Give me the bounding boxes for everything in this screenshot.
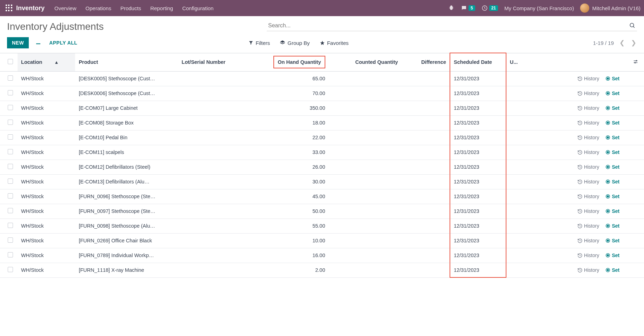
row-checkbox[interactable] [8, 208, 13, 213]
search-input[interactable] [268, 22, 629, 29]
cell-user[interactable] [506, 174, 527, 189]
cell-product[interactable]: [FURN_1118] X-ray Machine [75, 263, 178, 277]
cell-lot[interactable] [178, 219, 262, 233]
cell-location[interactable]: WH/Stock [18, 233, 75, 248]
pager-prev[interactable]: ❮ [619, 39, 625, 47]
table-row[interactable]: WH/Stock [FURN_0098] Stethoscope (Alu… 5… [0, 219, 644, 233]
history-button[interactable]: History [577, 223, 599, 229]
table-row[interactable]: WH/Stock [E-COM11] scalpels 33.00 12/31/… [0, 145, 644, 160]
history-button[interactable]: History [577, 238, 599, 243]
cell-lot[interactable] [178, 174, 262, 189]
cell-onhand[interactable]: 45.00 [262, 189, 329, 204]
search-icon[interactable] [629, 22, 636, 29]
set-button[interactable]: Set [605, 105, 619, 111]
row-checkbox[interactable] [8, 267, 13, 272]
table-row[interactable]: WH/Stock [E-COM07] Large Cabinet 350.00 … [0, 101, 644, 115]
company-switcher[interactable]: My Company (San Francisco) [504, 5, 574, 11]
row-checkbox[interactable] [8, 164, 13, 169]
cell-scheduled[interactable]: 12/31/2023 [450, 248, 506, 263]
cell-lot[interactable] [178, 233, 262, 248]
cell-scheduled[interactable]: 12/31/2023 [450, 233, 506, 248]
cell-onhand[interactable]: 26.00 [262, 160, 329, 174]
cell-location[interactable]: WH/Stock [18, 263, 75, 277]
table-row[interactable]: WH/Stock [E-COM10] Pedal Bin 22.00 12/31… [0, 130, 644, 145]
col-header-user[interactable]: U... [506, 53, 527, 71]
col-header-lot[interactable]: Lot/Serial Number [178, 53, 262, 71]
optional-columns-button[interactable] [627, 53, 644, 71]
cell-onhand[interactable]: 33.00 [262, 145, 329, 160]
cell-user[interactable] [506, 130, 527, 145]
cell-location[interactable]: WH/Stock [18, 174, 75, 189]
table-row[interactable]: WH/Stock [FURN_0789] Individual Workp… 1… [0, 248, 644, 263]
col-header-counted[interactable]: Counted Quantity [329, 53, 401, 71]
cell-onhand[interactable]: 30.00 [262, 174, 329, 189]
cell-counted[interactable] [329, 189, 401, 204]
cell-scheduled[interactable]: 12/31/2023 [450, 160, 506, 174]
select-all-checkbox[interactable] [8, 59, 13, 64]
history-button[interactable]: History [577, 179, 599, 184]
history-button[interactable]: History [577, 208, 599, 214]
cell-lot[interactable] [178, 263, 262, 277]
cell-location[interactable]: WH/Stock [18, 71, 75, 86]
cell-counted[interactable] [329, 233, 401, 248]
cell-counted[interactable] [329, 219, 401, 233]
cell-product[interactable]: [FURN_0098] Stethoscope (Alu… [75, 219, 178, 233]
cell-user[interactable] [506, 248, 527, 263]
set-button[interactable]: Set [605, 253, 619, 258]
cell-counted[interactable] [329, 174, 401, 189]
nav-operations[interactable]: Operations [86, 5, 111, 11]
cell-location[interactable]: WH/Stock [18, 130, 75, 145]
table-row[interactable]: WH/Stock [E-COM08] Storage Box 18.00 12/… [0, 115, 644, 130]
cell-scheduled[interactable]: 12/31/2023 [450, 145, 506, 160]
cell-product[interactable]: [E-COM13] Defibrillators (Alu… [75, 174, 178, 189]
cell-scheduled[interactable]: 12/31/2023 [450, 71, 506, 86]
activities-button[interactable]: 21 [482, 5, 498, 11]
new-button[interactable]: NEW [7, 37, 29, 48]
row-checkbox[interactable] [8, 149, 13, 154]
cell-counted[interactable] [329, 160, 401, 174]
cell-location[interactable]: WH/Stock [18, 219, 75, 233]
cell-location[interactable]: WH/Stock [18, 86, 75, 101]
col-header-difference[interactable]: Difference [401, 53, 450, 71]
history-button[interactable]: History [577, 149, 599, 155]
pager-text[interactable]: 1-19 / 19 [593, 40, 614, 46]
cell-scheduled[interactable]: 12/31/2023 [450, 204, 506, 219]
table-row[interactable]: WH/Stock [E-COM13] Defibrillators (Alu… … [0, 174, 644, 189]
app-name[interactable]: Inventory [16, 5, 45, 12]
row-checkbox[interactable] [8, 237, 13, 243]
history-button[interactable]: History [577, 90, 599, 96]
history-button[interactable]: History [577, 253, 599, 258]
row-checkbox[interactable] [8, 134, 13, 140]
set-button[interactable]: Set [605, 120, 619, 126]
cell-counted[interactable] [329, 130, 401, 145]
cell-product[interactable]: [E-COM11] scalpels [75, 145, 178, 160]
cell-scheduled[interactable]: 12/31/2023 [450, 130, 506, 145]
cell-product[interactable]: [E-COM12] Defibrillators (Steel) [75, 160, 178, 174]
cell-location[interactable]: WH/Stock [18, 101, 75, 115]
set-button[interactable]: Set [605, 223, 619, 229]
cell-onhand[interactable]: 50.00 [262, 204, 329, 219]
set-button[interactable]: Set [605, 194, 619, 199]
cell-user[interactable] [506, 204, 527, 219]
cell-scheduled[interactable]: 12/31/2023 [450, 263, 506, 277]
set-button[interactable]: Set [605, 208, 619, 214]
apply-all-button[interactable]: APPLY ALL [49, 40, 77, 46]
cell-product[interactable]: [E-COM08] Storage Box [75, 115, 178, 130]
cell-counted[interactable] [329, 86, 401, 101]
cell-onhand[interactable]: 2.00 [262, 263, 329, 277]
cell-user[interactable] [506, 71, 527, 86]
groupby-button[interactable]: Group By [280, 40, 310, 46]
cell-location[interactable]: WH/Stock [18, 189, 75, 204]
set-button[interactable]: Set [605, 76, 619, 81]
history-button[interactable]: History [577, 164, 599, 170]
cell-scheduled[interactable]: 12/31/2023 [450, 86, 506, 101]
cell-location[interactable]: WH/Stock [18, 145, 75, 160]
user-menu[interactable]: Mitchell Admin (V16) [580, 4, 640, 13]
cell-onhand[interactable]: 55.00 [262, 219, 329, 233]
row-checkbox[interactable] [8, 120, 13, 125]
history-button[interactable]: History [577, 267, 599, 273]
debug-icon[interactable] [448, 5, 454, 11]
cell-counted[interactable] [329, 204, 401, 219]
apps-menu-icon[interactable] [6, 5, 13, 12]
cell-lot[interactable] [178, 86, 262, 101]
